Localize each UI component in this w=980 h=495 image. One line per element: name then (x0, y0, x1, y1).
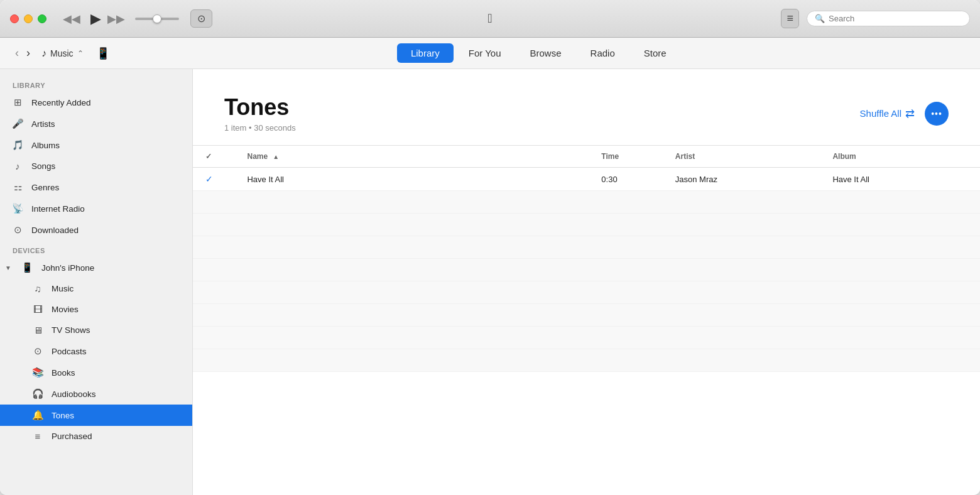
sidebar-label-device-tv-shows: TV Shows (52, 325, 90, 335)
sidebar-item-device-purchased[interactable]: ≡ Purchased (0, 426, 192, 447)
sidebar-item-device-tones[interactable]: 🔔 Tones (0, 405, 192, 426)
shuffle-icon: ⇄ (905, 107, 915, 121)
playback-controls: ◀◀ ▶ ▶▶ ⊙ (59, 9, 212, 28)
nav-source-selector[interactable]: ♪ Music ⌃ (41, 48, 84, 59)
main-content: Library ⊞ Recently Added 🎤 Artists 🎵 Alb… (0, 69, 980, 495)
sidebar-label-downloaded: Downloaded (31, 226, 79, 235)
close-button[interactable] (10, 14, 19, 23)
tab-for-you[interactable]: For You (455, 43, 515, 63)
table-header-row: ✓ Name ▲ Time Artist Album (193, 146, 980, 168)
nav-forward-button[interactable]: › (24, 45, 33, 61)
more-icon: ••• (931, 109, 942, 119)
movies-icon: 🎞 (31, 304, 44, 315)
search-box[interactable]: 🔍 (807, 11, 970, 26)
iphone-icon: 📱 (21, 262, 34, 273)
volume-slider[interactable] (135, 18, 179, 20)
apple-logo:  (487, 11, 492, 26)
sidebar-item-songs[interactable]: ♪ Songs (0, 156, 192, 177)
sidebar-item-device-podcasts[interactable]: ⊙ Podcasts (0, 340, 192, 362)
row-artist: Jason Mraz (665, 168, 823, 191)
tab-store[interactable]: Store (630, 43, 680, 63)
shuffle-label: Shuffle All (860, 108, 901, 119)
content-actions: Shuffle All ⇄ ••• (860, 102, 949, 126)
sidebar-item-genres[interactable]: ⚏ Genres (0, 177, 192, 198)
tracks-table: ✓ Name ▲ Time Artist Album (193, 146, 980, 372)
sidebar-label-device-purchased: Purchased (52, 432, 92, 441)
list-view-button[interactable]: ≡ (781, 9, 799, 28)
download-icon: ⊙ (11, 224, 24, 236)
sidebar-item-albums[interactable]: 🎵 Albums (0, 134, 192, 156)
nav-back-forward: ‹ › (13, 45, 33, 61)
sidebar-label-device-tones: Tones (52, 411, 74, 420)
content-area: Tones 1 item • 30 seconds Shuffle All ⇄ … (193, 69, 980, 495)
th-name-label: Name (247, 152, 268, 161)
nav-device-icon[interactable]: 📱 (96, 46, 110, 60)
sidebar-item-internet-radio[interactable]: 📡 Internet Radio (0, 198, 192, 219)
th-name[interactable]: Name ▲ (237, 146, 591, 168)
sidebar-label-device-podcasts: Podcasts (52, 347, 87, 356)
library-section-label: Library (0, 75, 192, 92)
nav-back-button[interactable]: ‹ (13, 45, 21, 61)
th-artist[interactable]: Artist (665, 146, 823, 168)
table-row-empty-6 (193, 304, 980, 327)
sidebar-item-device-music[interactable]: ♫ Music (0, 278, 192, 299)
sort-asc-icon: ▲ (273, 153, 279, 160)
sidebar-label-songs: Songs (31, 161, 55, 171)
tab-radio[interactable]: Radio (577, 43, 629, 63)
nav-source-label: Music (50, 48, 74, 58)
table-row-empty-4 (193, 259, 980, 281)
sidebar-label-recently-added: Recently Added (31, 98, 91, 107)
th-album[interactable]: Album (822, 146, 980, 168)
row-time: 0:30 (591, 168, 665, 191)
airplay-button[interactable]: ⊙ (190, 9, 212, 28)
traffic-lights (10, 14, 46, 23)
row-album: Have It All (822, 168, 980, 191)
microphone-icon: 🎤 (11, 118, 24, 129)
row-name: Have It All (237, 168, 591, 191)
tab-library[interactable]: Library (397, 43, 454, 63)
sidebar-label-device-books: Books (52, 368, 75, 378)
content-title: Tones (224, 94, 296, 121)
table-row-empty-2 (193, 214, 980, 236)
sidebar-item-downloaded[interactable]: ⊙ Downloaded (0, 219, 192, 241)
table-body: ✓ Have It All 0:30 Jason Mraz Have It Al… (193, 168, 980, 372)
play-button[interactable]: ▶ (90, 11, 101, 27)
sidebar-label-device-movies: Movies (52, 305, 79, 314)
sidebar-label-albums: Albums (31, 141, 60, 150)
tv-icon: 🖥 (31, 325, 44, 335)
table-row-empty-5 (193, 281, 980, 304)
content-header-info: Tones 1 item • 30 seconds (224, 94, 296, 133)
sidebar: Library ⊞ Recently Added 🎤 Artists 🎵 Alb… (0, 69, 193, 495)
titlebar-right: ≡ 🔍 (781, 9, 970, 28)
sidebar-item-recently-added[interactable]: ⊞ Recently Added (0, 92, 192, 113)
sidebar-label-johns-iphone: John's iPhone (41, 263, 94, 273)
th-time[interactable]: Time (591, 146, 665, 168)
album-icon: 🎵 (11, 139, 24, 151)
shuffle-all-button[interactable]: Shuffle All ⇄ (860, 107, 915, 121)
sidebar-item-artists[interactable]: 🎤 Artists (0, 113, 192, 134)
sidebar-label-device-music: Music (52, 284, 74, 293)
content-subtitle: 1 item • 30 seconds (224, 123, 296, 133)
row-check: ✓ (193, 168, 237, 191)
sidebar-label-device-audiobooks: Audiobooks (52, 389, 96, 399)
sidebar-item-device-movies[interactable]: 🎞 Movies (0, 299, 192, 320)
minimize-button[interactable] (24, 14, 33, 23)
podcast-icon: ⊙ (31, 345, 44, 357)
grid-icon: ⊞ (11, 97, 24, 108)
prev-button[interactable]: ◀◀ (59, 11, 84, 27)
search-input[interactable] (829, 14, 954, 23)
books-icon: 📚 (31, 367, 44, 378)
maximize-button[interactable] (38, 14, 46, 23)
table-row[interactable]: ✓ Have It All 0:30 Jason Mraz Have It Al… (193, 168, 980, 191)
tab-browse[interactable]: Browse (516, 43, 575, 63)
sidebar-item-device-audiobooks[interactable]: 🎧 Audiobooks (0, 383, 192, 405)
chevron-down-icon: ▼ (5, 264, 11, 271)
th-check[interactable]: ✓ (193, 146, 237, 168)
sidebar-item-device-tv-shows[interactable]: 🖥 TV Shows (0, 320, 192, 340)
sidebar-item-johns-iphone[interactable]: ▼ 📱 John's iPhone (0, 257, 192, 278)
volume-thumb (153, 14, 161, 23)
more-button[interactable]: ••• (925, 102, 949, 126)
sidebar-item-device-books[interactable]: 📚 Books (0, 362, 192, 383)
fast-forward-button[interactable]: ▶▶ (107, 12, 125, 26)
navbar: ‹ › ♪ Music ⌃ 📱 Library For You Browse R… (0, 38, 980, 69)
